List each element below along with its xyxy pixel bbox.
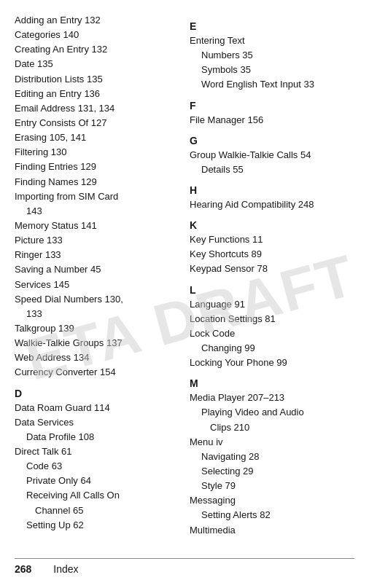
content-area: Adding an Entry 132Categories 140Creatin… bbox=[15, 13, 354, 554]
right-index-line: Symbols 35 bbox=[190, 63, 354, 77]
left-index-line: Memory Status 141 bbox=[15, 219, 182, 233]
right-index-line: Clips 210 bbox=[190, 420, 354, 435]
right-index-line: Navigating 28 bbox=[190, 450, 354, 464]
left-index-line: Picture 133 bbox=[15, 233, 182, 248]
left-column: Adding an Entry 132Categories 140Creatin… bbox=[15, 13, 182, 554]
left-index-line: Direct Talk 61 bbox=[15, 444, 182, 459]
left-index-line: Categories 140 bbox=[15, 28, 182, 42]
left-index-line: Receiving All Calls On bbox=[15, 488, 182, 503]
left-index-line: Entry Consists Of 127 bbox=[15, 116, 182, 130]
left-index-line: D bbox=[15, 388, 182, 399]
right-index-line: Word English Text Input 33 bbox=[190, 77, 354, 92]
left-index-line: 143 bbox=[15, 204, 182, 219]
right-index-line: Messaging bbox=[190, 493, 354, 508]
footer-label: Index bbox=[53, 563, 78, 575]
left-index-line: Saving a Number 45 bbox=[15, 262, 182, 277]
left-index-line: Data Roam Guard 114 bbox=[15, 401, 182, 415]
right-index-line: Location Settings 81 bbox=[190, 312, 354, 326]
right-index-line: Style 79 bbox=[190, 479, 354, 493]
left-index-line: Finding Names 129 bbox=[15, 175, 182, 189]
right-index-line: Playing Video and Audio bbox=[190, 405, 354, 420]
right-index-line: Lock Code bbox=[190, 326, 354, 341]
section-letter: H bbox=[190, 184, 354, 196]
right-index-line: Key Shortcuts 89 bbox=[190, 247, 354, 262]
right-index-line: Entering Text bbox=[190, 34, 354, 48]
right-index-line: Multimedia bbox=[190, 523, 354, 538]
footer-page: 268 bbox=[15, 563, 31, 575]
left-index-line: Finding Entries 129 bbox=[15, 160, 182, 174]
left-index-line: Distribution Lists 135 bbox=[15, 72, 182, 87]
left-index-line: Private Only 64 bbox=[15, 474, 182, 488]
right-index-line: Selecting 29 bbox=[190, 464, 354, 479]
left-index-line: Web Address 134 bbox=[15, 350, 182, 365]
left-index-line: Code 63 bbox=[15, 459, 182, 474]
left-index-line: Adding an Entry 132 bbox=[15, 13, 182, 28]
left-index-line: Erasing 105, 141 bbox=[15, 130, 182, 145]
left-index-line: Setting Up 62 bbox=[15, 518, 182, 533]
left-index-line: Services 145 bbox=[15, 278, 182, 292]
left-index-line: Currency Converter 154 bbox=[15, 365, 182, 380]
left-index-line: Channel 65 bbox=[15, 503, 182, 518]
left-index-line: Importing from SIM Card bbox=[15, 189, 182, 204]
right-index-line: File Manager 156 bbox=[190, 113, 354, 128]
right-index-line: Media Player 207–213 bbox=[190, 391, 354, 405]
left-index-line: Filtering 130 bbox=[15, 145, 182, 160]
right-index-line: Locking Your Phone 99 bbox=[190, 356, 354, 370]
section-letter: F bbox=[190, 100, 354, 111]
right-index-line: Changing 99 bbox=[190, 341, 354, 356]
left-index-line: Ringer 133 bbox=[15, 248, 182, 262]
section-letter: K bbox=[190, 219, 354, 231]
right-index-line: Details 55 bbox=[190, 162, 354, 177]
section-letter: G bbox=[190, 135, 354, 146]
right-index-line: Hearing Aid Compatibility 248 bbox=[190, 197, 354, 212]
page-container: Adding an Entry 132Categories 140Creatin… bbox=[0, 0, 369, 588]
section-letter: M bbox=[190, 377, 354, 389]
left-index-line: Walkie-Talkie Groups 137 bbox=[15, 336, 182, 350]
right-index-line: Group Walkie-Talkie Calls 54 bbox=[190, 148, 354, 162]
section-letter: E bbox=[190, 20, 354, 32]
right-column: EEntering TextNumbers 35Symbols 35Word E… bbox=[190, 13, 354, 554]
right-index-line: Setting Alerts 82 bbox=[190, 508, 354, 522]
footer-bar: 268 Index bbox=[15, 558, 354, 575]
left-index-line: Data Profile 108 bbox=[15, 430, 182, 444]
left-index-line: 133 bbox=[15, 307, 182, 321]
left-index-line: Data Services bbox=[15, 415, 182, 430]
section-letter: L bbox=[190, 284, 354, 296]
right-index-line: Key Functions 11 bbox=[190, 232, 354, 247]
right-index-line: Menu iv bbox=[190, 435, 354, 450]
left-index-line: Talkgroup 139 bbox=[15, 321, 182, 336]
right-index-line: Numbers 35 bbox=[190, 48, 354, 63]
left-index-line: Editing an Entry 136 bbox=[15, 87, 182, 101]
right-index-line: Keypad Sensor 78 bbox=[190, 262, 354, 276]
right-index-line: Language 91 bbox=[190, 297, 354, 312]
left-index-line: Email Address 131, 134 bbox=[15, 101, 182, 116]
left-index-line: Speed Dial Numbers 130, bbox=[15, 292, 182, 307]
left-index-line: Date 135 bbox=[15, 57, 182, 71]
left-index-line: Creating An Entry 132 bbox=[15, 42, 182, 57]
